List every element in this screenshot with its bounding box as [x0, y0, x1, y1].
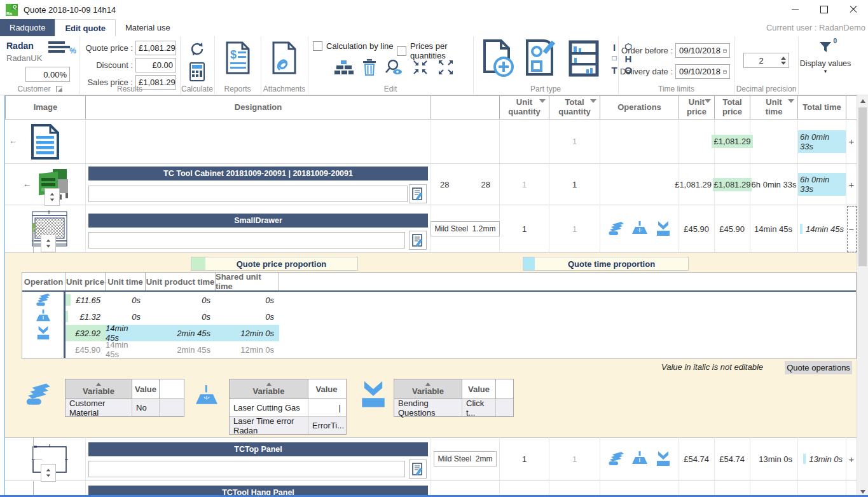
spin-down-icon[interactable] — [781, 62, 786, 65]
spin-down-icon[interactable] — [46, 245, 50, 248]
assembly-button[interactable] — [568, 40, 599, 77]
variable-row[interactable]: Customer Material No — [65, 399, 184, 416]
assembly-row[interactable]: ← TC Tool Cabinet 20181009-20091 | 20181… — [5, 164, 857, 205]
quantity-stepper[interactable] — [41, 235, 56, 252]
laser-operation-icon[interactable] — [631, 451, 649, 466]
part-unit-price-cell[interactable]: £54.74 — [679, 437, 715, 481]
delivery-date-field[interactable]: 09/10/2018 — [675, 64, 730, 79]
close-button[interactable] — [839, 0, 868, 19]
col-header-image[interactable]: Image — [5, 95, 86, 119]
collapse-icon[interactable]: − — [849, 224, 855, 235]
col-header-unit-price[interactable]: Unit price — [679, 95, 715, 119]
customer-discount-field[interactable]: 0.00% — [25, 67, 70, 82]
calc-by-line-option[interactable]: Calculation by line — [313, 41, 394, 51]
spin-up-icon[interactable] — [781, 57, 786, 60]
minimize-button[interactable] — [780, 0, 809, 19]
expand-all-button[interactable] — [437, 59, 454, 76]
quote-expander-cell[interactable]: + — [846, 119, 857, 164]
part-unit-price-cell[interactable]: £45.90 — [679, 205, 715, 253]
quote-price-field[interactable]: £1,081.29 — [135, 41, 176, 55]
part-comment-input[interactable] — [88, 461, 405, 477]
variable-col-header[interactable]: Variable — [65, 379, 132, 398]
material-value[interactable]: Mild Steel 1.2mm — [431, 221, 499, 236]
scrollbar-thumb[interactable] — [858, 107, 867, 266]
reports-button[interactable]: $ — [224, 40, 251, 76]
calculator-button[interactable] — [188, 62, 207, 82]
tab-material-use[interactable]: Material use — [116, 19, 180, 36]
part-expander-cell[interactable]: − — [846, 205, 857, 253]
variable-row[interactable]: Laser Cutting Gas | — [230, 399, 346, 417]
part-unit-quantity-cell[interactable]: 1 — [500, 205, 549, 253]
tab-radquote[interactable]: Radquote — [0, 19, 55, 36]
prices-per-qty-checkbox[interactable] — [397, 46, 406, 56]
quantity-stepper[interactable] — [45, 188, 60, 206]
operation-row-bend[interactable]: £32.92 14min 45s 2min 45s 12min 0s — [22, 325, 856, 341]
assembly-total-quantity-cell[interactable]: 1 — [549, 164, 600, 205]
part-material-cell[interactable]: Mild Steel 1.2mm — [431, 205, 500, 253]
bend-operation-icon[interactable] — [655, 451, 672, 467]
variable-col-header[interactable]: Variable — [394, 379, 462, 398]
material-value[interactable]: Mild Steel 2mm — [434, 451, 496, 466]
op-unit-product-time[interactable]: 0s — [146, 292, 216, 308]
discount-field[interactable]: £0.00 — [135, 58, 176, 72]
collapse-all-button[interactable] — [412, 59, 429, 76]
expand-icon[interactable]: + — [849, 454, 855, 465]
col-header-total-price[interactable]: Total price — [715, 95, 750, 119]
part-note-button[interactable] — [409, 460, 427, 479]
calendar-icon[interactable] — [723, 47, 727, 55]
part-unit-time-cell[interactable]: 14min 45s — [750, 205, 798, 253]
variable-value[interactable]: No — [132, 399, 160, 416]
delete-button[interactable] — [362, 59, 376, 76]
display-values-button[interactable]: 0 Display values ▾ — [798, 40, 853, 74]
unit-price-col-header[interactable]: Unit price — [65, 273, 106, 290]
filter-icon[interactable] — [788, 104, 794, 111]
part-comment-input[interactable] — [88, 232, 405, 248]
scroll-up-button[interactable] — [857, 95, 868, 106]
op-shared-unit-time[interactable]: 0s — [216, 308, 279, 325]
variable-value[interactable]: ErrorTi... — [308, 417, 345, 434]
spin-down-icon[interactable] — [50, 199, 54, 201]
tab-edit-quote[interactable]: Edit quote — [55, 19, 116, 36]
expand-icon[interactable]: + — [849, 136, 855, 147]
variable-row[interactable]: Laser Time error Radan ErrorTi... — [230, 417, 346, 434]
part-title-bar[interactable]: SmallDrawer — [88, 214, 428, 228]
decimal-precision-stepper[interactable]: 2 — [743, 53, 789, 68]
op-shared-unit-time[interactable]: 0s — [216, 292, 279, 308]
vertical-scrollbar[interactable] — [857, 95, 868, 497]
shared-unit-time-col-header[interactable]: Shared unit time — [216, 273, 279, 290]
part-expander-cell[interactable]: + — [846, 437, 857, 481]
expand-icon[interactable]: + — [849, 179, 855, 190]
col-header-operations[interactable]: Operations — [600, 95, 679, 119]
spin-up-icon[interactable] — [50, 193, 54, 196]
assembly-unit-quantity-cell[interactable]: 1 — [500, 164, 549, 205]
quote-operations-button[interactable]: Quote operations — [785, 361, 852, 374]
unit-product-time-col-header[interactable]: Unit product time — [146, 273, 216, 290]
quantity-stepper[interactable] — [41, 464, 56, 482]
filter-icon[interactable] — [590, 104, 596, 111]
material-operation-icon[interactable] — [608, 451, 624, 466]
col-header-designation[interactable]: Designation — [86, 95, 431, 119]
assembly-note-button[interactable] — [409, 184, 427, 203]
variable-row[interactable]: Bending Questions Click t... — [394, 399, 513, 416]
recalculate-button[interactable] — [188, 39, 207, 58]
spin-up-icon[interactable] — [46, 469, 50, 472]
part-unit-quantity-cell[interactable]: 1 — [500, 437, 549, 481]
assembly-comment-input[interactable] — [88, 186, 408, 202]
col-header-total-time[interactable]: Total time — [798, 95, 846, 119]
part-title-bar[interactable]: TCTop Panel — [88, 442, 428, 456]
quote-summary-row[interactable]: ← 1 £1,081.29 6h 0min 33 — [5, 119, 857, 164]
spin-down-icon[interactable] — [46, 475, 50, 477]
op-unit-time[interactable]: 0s — [106, 308, 146, 325]
assembly-title-bar[interactable]: TC Tool Cabinet 20181009-20091 | 2018100… — [88, 167, 428, 180]
col-header-blank[interactable] — [431, 95, 500, 119]
value-col-header[interactable]: Value — [308, 379, 345, 398]
operation-col-header[interactable]: Operation — [22, 273, 65, 290]
order-before-field[interactable]: 09/10/2018 — [675, 43, 730, 58]
operation-row-laser[interactable]: £1.32 0s 0s 0s — [22, 308, 856, 325]
op-unit-product-time[interactable]: 0s — [146, 308, 216, 325]
maximize-button[interactable] — [809, 0, 839, 19]
prices-per-qty-option[interactable]: Prices per quantities — [397, 41, 473, 60]
preview-button[interactable] — [385, 59, 403, 76]
variable-col-header[interactable]: Variable — [230, 379, 308, 398]
calendar-icon[interactable] — [723, 68, 727, 76]
